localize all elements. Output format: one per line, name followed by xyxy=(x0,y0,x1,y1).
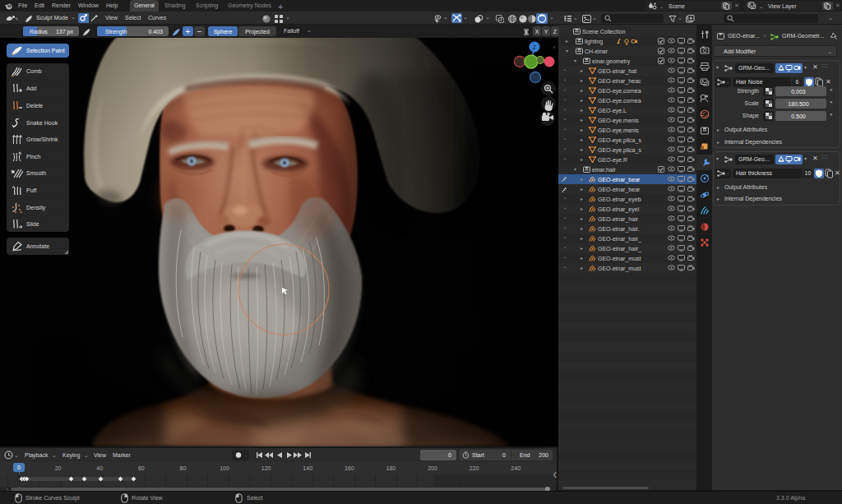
svg-text:Z: Z xyxy=(533,44,537,50)
